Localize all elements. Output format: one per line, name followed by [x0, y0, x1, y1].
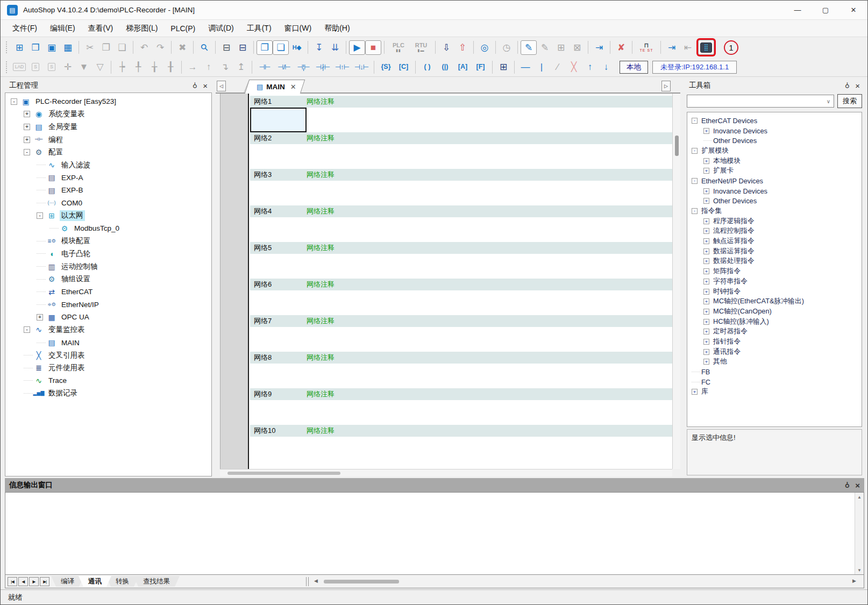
- print-button[interactable]: ⊟: [234, 40, 251, 55]
- coil-output-button[interactable]: ( ): [418, 60, 436, 75]
- expand-plus-icon[interactable]: +: [703, 298, 709, 304]
- menu-item-1[interactable]: 编辑(E): [44, 22, 82, 35]
- expand-plus-icon[interactable]: +: [703, 168, 709, 174]
- network-comment[interactable]: 网络注释: [307, 316, 335, 326]
- network-10-header[interactable]: 网络10网络注释: [250, 425, 672, 437]
- expand-plus-icon[interactable]: +: [24, 137, 30, 143]
- project-tree-item-1[interactable]: +◉系统变量表: [5, 108, 211, 121]
- expand-plus-icon[interactable]: +: [24, 124, 30, 130]
- move-up-button[interactable]: ↑: [582, 60, 598, 75]
- export-window-button[interactable]: ❏: [273, 40, 289, 55]
- collapse-minus-icon[interactable]: -: [692, 148, 698, 154]
- login-button[interactable]: ⇥: [664, 40, 680, 55]
- project-tree-item-9[interactable]: -⊞以太网: [5, 209, 211, 222]
- monitor-button[interactable]: ◎: [476, 40, 493, 55]
- close-button[interactable]: ✕: [839, 1, 867, 19]
- toolbox-tree-item-3[interactable]: -扩展模块: [687, 146, 862, 156]
- rtu-mode-button[interactable]: RTU▮▬: [410, 40, 432, 55]
- edit-document-button[interactable]: ✎: [537, 40, 553, 55]
- expand-plus-icon[interactable]: +: [703, 218, 709, 224]
- project-tree-item-18[interactable]: -∿变量监控表: [5, 324, 211, 337]
- project-tree-item-20[interactable]: ╳交叉引用表: [5, 349, 211, 362]
- network-comment[interactable]: 网络注释: [307, 280, 335, 289]
- network-6-body[interactable]: [250, 290, 672, 315]
- output-vertical-scrollbar[interactable]: ▲ ▼: [855, 493, 864, 574]
- project-tree-item-2[interactable]: +▤全局变量: [5, 120, 211, 133]
- menu-item-6[interactable]: 工具(T): [240, 22, 278, 35]
- insert-cell-button[interactable]: ┾: [114, 60, 130, 75]
- network-comment[interactable]: 网络注释: [307, 426, 335, 436]
- close-panel-icon[interactable]: ×: [203, 82, 208, 90]
- save-all-button[interactable]: ▦: [60, 40, 76, 55]
- scroll-down-icon[interactable]: ▼: [855, 566, 864, 574]
- network-8-body[interactable]: [250, 364, 672, 388]
- toolbox-tree-item-0[interactable]: -EtherCAT Devices: [687, 116, 862, 126]
- project-tree-item-17[interactable]: +▦OPC UA: [5, 311, 211, 324]
- toolbox-tree-item-17[interactable]: +时钟指令: [687, 287, 862, 297]
- editor-vscroll-thumb[interactable]: [675, 136, 679, 156]
- expand-plus-icon[interactable]: +: [703, 188, 709, 194]
- delete-button[interactable]: ✖: [174, 40, 190, 55]
- toolbox-tree-item-16[interactable]: +字符串指令: [687, 276, 862, 287]
- collapse-minus-icon[interactable]: -: [24, 149, 30, 155]
- network-comment[interactable]: 网络注释: [307, 353, 335, 362]
- contact-falling-edge-button[interactable]: ⊣↓⊢: [352, 60, 371, 75]
- editor-hscroll-thumb[interactable]: [227, 472, 340, 475]
- collapse-minus-icon[interactable]: -: [692, 208, 698, 214]
- collapse-minus-icon[interactable]: -: [37, 212, 43, 219]
- device-info-button[interactable]: ⣿: [698, 40, 714, 55]
- toolbox-tree-item-20[interactable]: +HC轴控(脉冲输入): [687, 317, 862, 327]
- toolbox-tree-item-12[interactable]: +触点运算指令: [687, 236, 862, 246]
- chevron-down-icon[interactable]: ∨: [827, 98, 830, 104]
- network-comment[interactable]: 网络注释: [307, 389, 335, 399]
- menu-item-0[interactable]: 文件(F): [6, 22, 44, 35]
- draw-vline-button[interactable]: |: [533, 60, 550, 75]
- contact-normally-closed-button[interactable]: ⊣/⊢: [274, 60, 294, 75]
- plc-mode-button[interactable]: PLC▮▮: [387, 40, 410, 55]
- toolbox-tree-item-14[interactable]: +数据处理指令: [687, 257, 862, 267]
- menu-item-8[interactable]: 帮助(H): [318, 22, 356, 35]
- project-tree-item-19[interactable]: ▤MAIN: [5, 336, 211, 349]
- tab-main[interactable]: ▤ MAIN ✕: [247, 80, 303, 94]
- insert-network-button[interactable]: ⇥: [591, 40, 607, 55]
- corner-up-button[interactable]: ↥: [233, 60, 249, 75]
- expand-plus-icon[interactable]: +: [703, 349, 709, 355]
- insert-branch-down-button[interactable]: ╁: [146, 60, 162, 75]
- toggle-symbol-display-button[interactable]: H◆: [289, 40, 305, 55]
- sfc-step-alt-button[interactable]: S: [44, 60, 60, 75]
- toolbox-tree-item-21[interactable]: +定时器指令: [687, 326, 862, 337]
- open-project-button[interactable]: ❒: [27, 40, 44, 55]
- output-tab-1[interactable]: 通讯: [79, 576, 111, 587]
- network-2-body[interactable]: [250, 144, 672, 169]
- toolbox-tree-item-8[interactable]: +Other Devices: [687, 196, 862, 207]
- toolbox-tree-item-22[interactable]: +指针指令: [687, 337, 862, 347]
- network-comment[interactable]: 网络注释: [307, 243, 335, 253]
- stop-button[interactable]: ■: [365, 40, 381, 55]
- toolbox-tree-item-7[interactable]: +Inovance Devices: [687, 186, 862, 196]
- redo-button[interactable]: ↷: [152, 40, 168, 55]
- login-status-button[interactable]: 未登录:IP:192.168.1.1: [652, 61, 737, 74]
- contact-normally-open-button[interactable]: ⊣⊢: [255, 60, 274, 75]
- expand-plus-icon[interactable]: +: [703, 198, 709, 204]
- project-tree-item-13[interactable]: ▥运动控制轴: [5, 260, 211, 273]
- expand-plus-icon[interactable]: +: [703, 128, 709, 134]
- splitter-handle[interactable]: [306, 577, 309, 586]
- menu-item-4[interactable]: PLC(P): [164, 22, 202, 35]
- network-8-header[interactable]: 网络8网络注释: [250, 352, 672, 364]
- toolbox-tree-item-15[interactable]: +矩阵指令: [687, 266, 862, 276]
- maximize-button[interactable]: ▢: [812, 1, 839, 19]
- selected-cell[interactable]: [250, 108, 307, 132]
- compile-all-button[interactable]: ⇊: [327, 40, 343, 55]
- project-tree-item-12[interactable]: ◖电子凸轮: [5, 247, 211, 260]
- expand-plus-icon[interactable]: +: [703, 309, 709, 315]
- toolbox-tree-item-13[interactable]: +数据运算指令: [687, 246, 862, 257]
- find-button[interactable]: ⚲: [196, 40, 212, 55]
- project-tree-item-4[interactable]: -⚙配置: [5, 146, 211, 159]
- coil-counter-button[interactable]: [C]: [395, 60, 412, 75]
- pin-icon[interactable]: ⚲: [845, 82, 850, 89]
- project-tree-item-0[interactable]: -▣PLC-Recorder [Easy523]: [5, 95, 211, 108]
- pin-icon[interactable]: ⚲: [193, 82, 197, 89]
- project-tree-item-15[interactable]: ⇄EtherCAT: [5, 286, 211, 298]
- output-nav-button-0[interactable]: |◀: [8, 577, 17, 586]
- local-connection-button[interactable]: 本地: [620, 61, 648, 74]
